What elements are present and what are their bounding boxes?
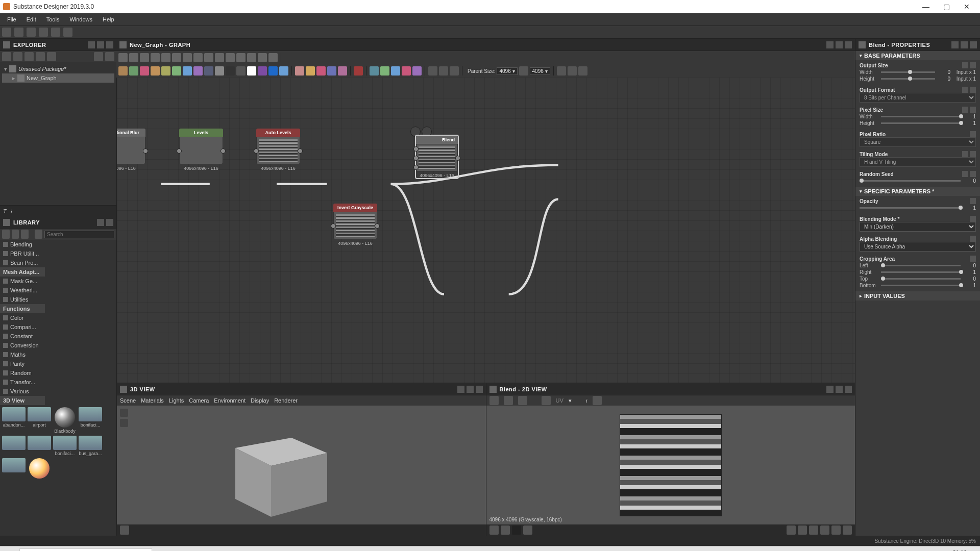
- libcat-functions[interactable]: Functions: [0, 304, 45, 313]
- taskbar-app[interactable]: [213, 547, 233, 552]
- parent-size-w[interactable]: 4096 ▾: [497, 67, 517, 75]
- view2d-info-icon[interactable]: i: [586, 397, 587, 404]
- view3d-pop-icon[interactable]: [467, 386, 474, 393]
- view2d-tb-icon[interactable]: [489, 396, 499, 405]
- view3d-canvas[interactable]: [117, 406, 486, 524]
- atom-icon[interactable]: [338, 66, 347, 76]
- atom-icon[interactable]: [129, 66, 138, 76]
- view2d-tbicon[interactable]: [820, 525, 829, 535]
- view3d-light-icon[interactable]: [120, 419, 128, 427]
- explorer-tb6-icon[interactable]: [94, 52, 103, 61]
- props-pin-icon[interactable]: [951, 41, 959, 48]
- view2d-tb-icon[interactable]: [542, 396, 551, 405]
- libcat-random[interactable]: Random: [0, 368, 45, 378]
- opacity-slider[interactable]: [860, 207, 961, 209]
- taskbar-app[interactable]: [465, 547, 485, 552]
- libcat-scan[interactable]: Scan Pro...: [0, 258, 45, 267]
- prop-reset-icon[interactable]: [970, 131, 976, 137]
- libcat-parity[interactable]: Parity: [0, 359, 45, 368]
- view2d-pin-icon[interactable]: [826, 386, 834, 393]
- atom-icon[interactable]: [204, 66, 213, 76]
- graph-tb-icon[interactable]: [172, 53, 181, 62]
- view2d-tbicon[interactable]: [501, 525, 510, 535]
- prop-inherit-icon[interactable]: [962, 87, 968, 93]
- explorer-tb7-icon[interactable]: [105, 52, 114, 61]
- taskbar-app[interactable]: [291, 547, 310, 552]
- thumb[interactable]: [2, 458, 26, 480]
- atom-icon[interactable]: [118, 66, 128, 76]
- atom-icon[interactable]: [151, 66, 160, 76]
- tool-new-icon[interactable]: [2, 28, 11, 37]
- view3d-menu-environment[interactable]: Environment: [214, 397, 246, 404]
- output-width-slider[interactable]: [881, 71, 935, 73]
- start-button[interactable]: ⊞: [2, 548, 18, 552]
- prop-reset-icon[interactable]: [970, 87, 976, 93]
- thumb[interactable]: [28, 436, 51, 456]
- taskbar-app[interactable]: [252, 547, 272, 552]
- thumb[interactable]: bonifaci...: [53, 436, 77, 456]
- library-search-input[interactable]: [44, 231, 114, 238]
- atom-icon[interactable]: [439, 66, 448, 76]
- prop-reset-icon[interactable]: [970, 216, 976, 222]
- atom-icon[interactable]: [412, 66, 422, 76]
- explorer-pop-icon[interactable]: [97, 41, 104, 48]
- output-format-select[interactable]: 8 Bits per Channel: [860, 93, 976, 103]
- atom-icon[interactable]: [268, 66, 278, 76]
- view3d-menu-display[interactable]: Display: [251, 397, 269, 404]
- tool-saveall-icon[interactable]: [39, 28, 48, 37]
- graph-tb-icon[interactable]: [568, 66, 577, 76]
- explorer-tb3-icon[interactable]: [24, 52, 34, 61]
- menu-file[interactable]: File: [2, 16, 21, 22]
- taskbar-app[interactable]: [310, 547, 330, 552]
- taskbar-app[interactable]: [485, 547, 504, 552]
- lib-refresh-icon[interactable]: [12, 230, 19, 239]
- menu-windows[interactable]: Windows: [64, 16, 97, 22]
- taskbar-app[interactable]: [233, 547, 252, 552]
- atom-icon[interactable]: [193, 66, 203, 76]
- graph-tb-icon[interactable]: [140, 53, 149, 62]
- view3d-tbicon[interactable]: [120, 525, 129, 535]
- tree-graph[interactable]: ▸ New_Graph: [2, 73, 114, 83]
- prop-reset-icon[interactable]: [970, 171, 976, 177]
- tree-package[interactable]: ▾ Unsaved Package*: [2, 64, 114, 73]
- libcat-color[interactable]: Color: [0, 313, 45, 322]
- crop-bottom-slider[interactable]: [881, 285, 961, 286]
- view2d-tbicon[interactable]: [523, 525, 532, 535]
- library-pop-icon[interactable]: [97, 219, 104, 226]
- graph-tb-icon[interactable]: [204, 53, 213, 62]
- library-close-icon[interactable]: [106, 219, 113, 226]
- graph-tb-icon[interactable]: [183, 53, 192, 62]
- menu-edit[interactable]: Edit: [21, 16, 41, 22]
- window-minimize[interactable]: —: [916, 3, 936, 11]
- parent-size-h[interactable]: 4096 ▾: [530, 67, 550, 75]
- graph-tb-icon[interactable]: [258, 53, 267, 62]
- taskbar-app[interactable]: [330, 547, 349, 552]
- chevron-right-icon[interactable]: ▸: [12, 75, 17, 82]
- info-i[interactable]: i: [11, 208, 12, 214]
- blending-mode-select[interactable]: Min (Darken): [860, 222, 976, 232]
- libcat-pbr[interactable]: PBR Utilit...: [0, 249, 45, 258]
- atom-icon[interactable]: [215, 66, 224, 76]
- explorer-tb2-icon[interactable]: [13, 52, 22, 61]
- view2d-lock-icon[interactable]: [843, 525, 852, 535]
- view2d-tbicon[interactable]: [489, 525, 499, 535]
- libcat-various[interactable]: Various: [0, 387, 45, 396]
- prop-reset-icon[interactable]: [970, 151, 976, 157]
- alpha-blending-select[interactable]: Use Source Alpha: [860, 242, 976, 252]
- taskbar-app[interactable]: [272, 547, 291, 552]
- graph-tb-icon[interactable]: [236, 53, 246, 62]
- atom-icon[interactable]: [428, 66, 437, 76]
- prop-reset-icon[interactable]: [970, 236, 976, 242]
- graph-pop-icon[interactable]: [836, 41, 843, 48]
- libcat-conversion[interactable]: Conversion: [0, 341, 45, 350]
- atom-icon[interactable]: [450, 66, 459, 76]
- window-close[interactable]: ✕: [957, 3, 977, 11]
- node-blend[interactable]: Blend 4096x4096 - L16: [415, 135, 459, 179]
- taskbar-app[interactable]: [427, 547, 446, 552]
- libcat-utilities[interactable]: Utilities: [0, 295, 45, 304]
- view2d-pop-icon[interactable]: [836, 386, 843, 393]
- chevron-down-icon[interactable]: ▾: [4, 66, 9, 72]
- taskbar-search[interactable]: 🔍 Type here to search: [19, 548, 152, 552]
- prop-inherit-icon[interactable]: [962, 107, 968, 113]
- atom-icon[interactable]: [258, 66, 267, 76]
